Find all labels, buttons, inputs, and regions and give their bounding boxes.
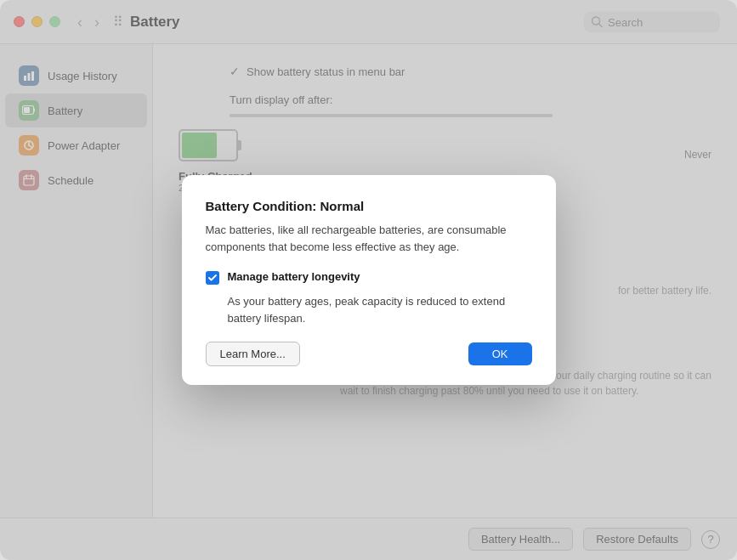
dialog-buttons: Learn More... OK [206,342,532,366]
app-window: ‹ › ⠿ Battery [0,0,737,560]
battery-condition-dialog: Battery Condition: Normal Mac batteries,… [182,175,556,385]
manage-longevity-checkbox[interactable] [206,271,219,285]
dialog-body: Mac batteries, like all rechargeable bat… [206,222,532,255]
manage-longevity-label: Manage battery longevity [228,270,360,283]
checkmark-svg [208,274,217,281]
dialog-title: Battery Condition: Normal [206,199,532,213]
learn-more-button[interactable]: Learn More... [206,342,300,366]
ok-button[interactable]: OK [468,342,532,365]
manage-longevity-row: Manage battery longevity [206,270,532,285]
modal-overlay: Battery Condition: Normal Mac batteries,… [0,0,737,560]
dialog-checkbox-desc: As your battery ages, peak capacity is r… [228,293,532,326]
